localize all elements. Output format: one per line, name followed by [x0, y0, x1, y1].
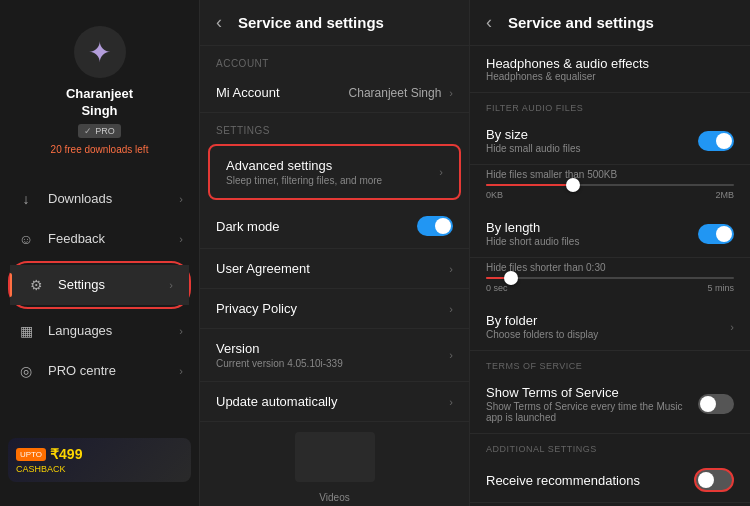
sidebar-nav: ↓ Downloads › ☺ Feedback › ⚙ Settings › … — [0, 171, 199, 430]
mi-account-title: Mi Account — [216, 85, 349, 100]
sidebar-item-label: Languages — [48, 323, 179, 338]
chevron-icon: › — [179, 325, 183, 337]
sidebar-item-label: PRO centre — [48, 363, 179, 378]
settings-ring: ⚙ Settings › — [8, 261, 191, 309]
by-size-title: By size — [486, 127, 698, 142]
sidebar-item-settings[interactable]: ⚙ Settings › — [10, 265, 189, 305]
version-content: Version Current version 4.05.10i-339 — [216, 341, 449, 369]
by-size-slider-thumb[interactable] — [566, 178, 580, 192]
by-size-max: 2MB — [715, 190, 734, 200]
by-folder-subtitle: Choose folders to display — [486, 329, 730, 340]
avatar-icon: ✦ — [88, 36, 111, 69]
profile-name: Charanjeet Singh — [66, 86, 133, 120]
downloads-icon: ↓ — [16, 191, 36, 207]
by-size-content: By size Hide small audio files — [486, 127, 698, 154]
by-length-subtitle: Hide short audio files — [486, 236, 698, 247]
chevron-icon: › — [179, 193, 183, 205]
by-length-slider-container: Hide files shorter than 0:30 0 sec 5 min… — [470, 258, 750, 303]
show-terms-title: Show Terms of Service — [486, 385, 698, 400]
by-length-content: By length Hide short audio files — [486, 220, 698, 247]
chevron-icon: › — [169, 279, 173, 291]
chevron-icon: › — [439, 166, 443, 178]
update-auto-item[interactable]: Update automatically › — [200, 382, 469, 422]
middle-panel: ‹ Service and settings ACCOUNT Mi Accoun… — [200, 0, 470, 506]
cashback-suffix: CASHBACK — [16, 464, 183, 474]
advanced-settings-content: Advanced settings Sleep timer, filtering… — [226, 158, 439, 186]
by-size-min: 0KB — [486, 190, 503, 200]
by-size-toggle[interactable] — [698, 131, 734, 151]
sidebar-item-label: Downloads — [48, 191, 179, 206]
account-section-label: ACCOUNT — [200, 46, 469, 73]
by-folder-item[interactable]: By folder Choose folders to display › — [470, 303, 750, 351]
additional-label: ADDITIONAL SETTINGS — [470, 434, 750, 458]
chevron-icon: › — [179, 233, 183, 245]
version-item[interactable]: Version Current version 4.05.10i-339 › — [200, 329, 469, 382]
right-panel-content: Headphones & audio effects Headphones & … — [470, 46, 750, 506]
chevron-icon: › — [179, 365, 183, 377]
right-back-button[interactable]: ‹ — [486, 12, 492, 33]
by-size-slider-track[interactable] — [486, 184, 734, 186]
avatar: ✦ — [74, 26, 126, 78]
by-length-slider-thumb[interactable] — [504, 271, 518, 285]
videos-label: Videos — [200, 492, 469, 506]
receive-recs-item[interactable]: Receive recommendations — [470, 458, 750, 503]
by-size-slider-container: Hide files smaller than 500KB 0KB 2MB — [470, 165, 750, 210]
dark-mode-toggle[interactable] — [417, 216, 453, 236]
cashback-banner[interactable]: UPTO ₹499 CASHBACK — [8, 438, 191, 482]
advanced-settings-item[interactable]: Advanced settings Sleep timer, filtering… — [210, 146, 459, 198]
sidebar-item-languages[interactable]: ▦ Languages › — [0, 311, 199, 351]
by-length-toggle[interactable] — [698, 224, 734, 244]
receive-recs-title: Receive recommendations — [486, 473, 694, 488]
sidebar-item-downloads[interactable]: ↓ Downloads › — [0, 179, 199, 219]
by-size-sub-subtitle: Hide files smaller than 500KB — [486, 169, 734, 180]
receive-recs-toggle[interactable] — [694, 468, 734, 492]
advanced-settings-title: Advanced settings — [226, 158, 439, 173]
middle-thumbnail — [295, 432, 375, 482]
chevron-icon: › — [449, 263, 453, 275]
sidebar-item-label: Feedback — [48, 231, 179, 246]
settings-section-label: SETTINGS — [200, 113, 469, 140]
privacy-policy-item[interactable]: Privacy Policy › — [200, 289, 469, 329]
middle-panel-header: ‹ Service and settings — [200, 0, 469, 46]
by-length-title: By length — [486, 220, 698, 235]
pro-badge: PRO — [78, 124, 121, 138]
receive-recs-thumb — [698, 472, 714, 488]
show-terms-toggle[interactable] — [698, 394, 734, 414]
back-button[interactable]: ‹ — [216, 12, 222, 33]
sidebar-item-pro-centre[interactable]: ◎ PRO centre › — [0, 351, 199, 391]
headphones-item[interactable]: Headphones & audio effects Headphones & … — [470, 46, 750, 93]
advanced-settings-subtitle: Sleep timer, filtering files, and more — [226, 175, 439, 186]
by-length-item[interactable]: By length Hide short audio files — [470, 210, 750, 258]
version-title: Version — [216, 341, 449, 356]
headphones-subtitle: Headphones & equaliser — [486, 71, 734, 82]
by-size-item[interactable]: By size Hide small audio files — [470, 117, 750, 165]
update-auto-content: Update automatically — [216, 394, 449, 409]
by-size-slider-labels: 0KB 2MB — [486, 190, 734, 200]
by-folder-title: By folder — [486, 313, 730, 328]
chevron-icon: › — [449, 87, 453, 99]
show-terms-item[interactable]: Show Terms of Service Show Terms of Serv… — [470, 375, 750, 434]
show-terms-subtitle: Show Terms of Service every time the Mus… — [486, 401, 698, 423]
privacy-policy-title: Privacy Policy — [216, 301, 449, 316]
sidebar-item-label: Settings — [58, 277, 169, 292]
by-length-slider-track[interactable] — [486, 277, 734, 279]
middle-panel-content: ACCOUNT Mi Account Charanjeet Singh › SE… — [200, 46, 469, 506]
mi-account-item[interactable]: Mi Account Charanjeet Singh › — [200, 73, 469, 113]
middle-bottom — [200, 422, 469, 492]
headphones-title: Headphones & audio effects — [486, 56, 734, 71]
profile-section: ✦ Charanjeet Singh PRO 20 free downloads… — [0, 16, 199, 171]
user-agreement-item[interactable]: User Agreement › — [200, 249, 469, 289]
by-folder-chevron: › — [730, 321, 734, 333]
right-panel: ‹ Service and settings Headphones & audi… — [470, 0, 750, 506]
right-panel-header: ‹ Service and settings — [470, 0, 750, 46]
sidebar: ✦ Charanjeet Singh PRO 20 free downloads… — [0, 0, 200, 506]
by-length-max: 5 mins — [707, 283, 734, 293]
advanced-settings-wrapper: Advanced settings Sleep timer, filtering… — [208, 144, 461, 200]
chevron-icon: › — [449, 396, 453, 408]
dark-mode-item[interactable]: Dark mode — [200, 204, 469, 249]
filter-audio-label: FILTER AUDIO FILES — [470, 93, 750, 117]
dark-mode-content: Dark mode — [216, 219, 417, 234]
sidebar-item-feedback[interactable]: ☺ Feedback › — [0, 219, 199, 259]
settings-icon: ⚙ — [26, 277, 46, 293]
chevron-icon: › — [449, 303, 453, 315]
